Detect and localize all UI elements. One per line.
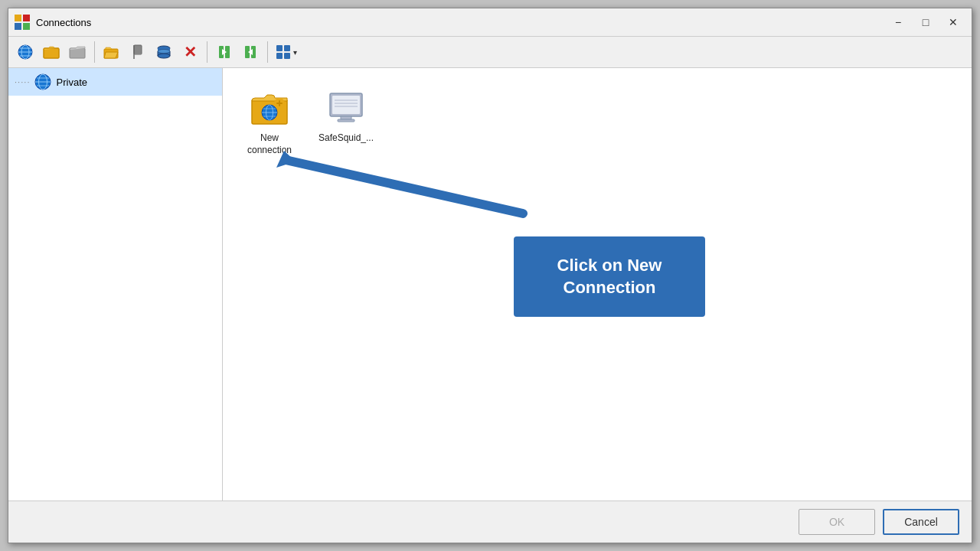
svg-rect-11 — [70, 48, 85, 58]
svg-rect-3 — [23, 23, 30, 30]
svg-rect-28 — [276, 45, 283, 51]
footer: OK Cancel — [8, 500, 972, 543]
new-folder-button[interactable] — [39, 40, 64, 64]
separator-2 — [207, 41, 207, 63]
new-connection-item[interactable]: Newconnection — [235, 80, 304, 162]
svg-rect-30 — [276, 53, 283, 59]
svg-rect-31 — [284, 53, 290, 59]
cancel-button[interactable]: Cancel — [883, 509, 959, 535]
private-globe-icon — [34, 73, 52, 91]
separator-1 — [94, 41, 95, 63]
maximize-button[interactable]: □ — [913, 13, 938, 31]
connections-dialog: Connections − □ ✕ — [8, 8, 972, 543]
svg-rect-51 — [341, 116, 351, 119]
import-button[interactable] — [212, 40, 237, 64]
svg-rect-52 — [338, 119, 354, 122]
svg-rect-1 — [23, 15, 30, 21]
separator-3 — [267, 41, 268, 63]
close-button[interactable]: ✕ — [941, 13, 965, 31]
svg-rect-29 — [284, 45, 290, 51]
svg-rect-0 — [15, 15, 21, 21]
dialog-title: Connections — [36, 17, 886, 28]
app-icon — [15, 15, 30, 30]
svg-rect-9 — [44, 48, 59, 58]
svg-point-21 — [158, 50, 170, 54]
sidebar-private-label: Private — [57, 77, 87, 88]
ok-button[interactable]: OK — [799, 509, 875, 535]
svg-rect-47 — [332, 96, 360, 114]
annotation-tooltip: Click on New Connection — [514, 236, 705, 317]
connections-grid: Newconnection — [223, 68, 972, 174]
view-button[interactable]: ▾ — [273, 40, 299, 64]
safesquid-icon — [325, 86, 368, 129]
toolbar: ✕ — [8, 37, 972, 68]
svg-point-18 — [158, 54, 170, 58]
flag-button[interactable] — [126, 40, 150, 64]
safesquid-connection-item[interactable]: SafeSquid_... — [312, 80, 381, 162]
safesquid-label: SafeSquid_... — [318, 132, 374, 145]
database-button[interactable] — [152, 40, 176, 64]
new-connection-icon — [248, 86, 291, 129]
svg-rect-2 — [15, 23, 21, 30]
title-bar: Connections − □ ✕ — [8, 8, 972, 37]
sidebar: · · · · · Private — [8, 68, 223, 500]
minimize-button[interactable]: − — [886, 13, 910, 31]
open-folder-button[interactable] — [100, 40, 124, 64]
window-controls: − □ ✕ — [886, 13, 965, 31]
connection-area: Newconnection — [223, 68, 972, 500]
new-connection-label: Newconnection — [247, 132, 292, 156]
sidebar-item-private[interactable]: · · · · · Private — [8, 68, 222, 96]
globe-button[interactable] — [13, 40, 38, 64]
svg-rect-45 — [276, 103, 283, 104]
sidebar-dots: · · · · · — [15, 77, 29, 86]
export-button[interactable] — [238, 40, 263, 64]
folder-gray-button[interactable] — [65, 40, 90, 64]
delete-button[interactable]: ✕ — [178, 40, 202, 64]
main-content: · · · · · Private — [8, 68, 972, 500]
